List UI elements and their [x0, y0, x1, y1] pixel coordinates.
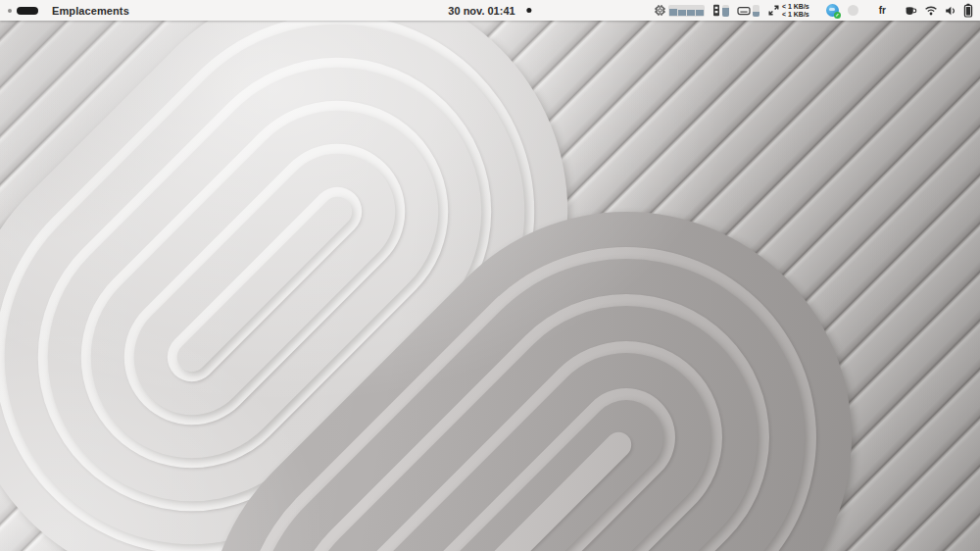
quick-settings-menu[interactable] [905, 3, 973, 18]
clock-menu[interactable]: 30 nov. 01:41 [448, 0, 531, 21]
desktop[interactable]: Emplacements 30 nov. 01:41 [0, 0, 980, 551]
focused-app-menu[interactable]: Emplacements [52, 5, 129, 17]
system-monitor[interactable]: < 1 KB/s < 1 KB/s [654, 3, 809, 19]
memory-icon [712, 4, 720, 17]
cpu-chip-icon [654, 4, 666, 17]
workspace-dot-icon [8, 9, 12, 13]
inactive-app-icon[interactable] [848, 5, 858, 16]
battery-icon [963, 3, 973, 18]
net-up-speed: < 1 KB/s [782, 11, 809, 19]
memory-usage-meter [722, 5, 729, 17]
cpu-usage-meter [668, 5, 705, 17]
workspace-indicator[interactable] [8, 7, 38, 15]
check-badge-icon: ✓ [834, 12, 841, 19]
clock-label: 30 nov. 01:41 [448, 5, 514, 17]
sync-app-icon[interactable]: ✓ [826, 4, 839, 17]
disk-monitor[interactable] [737, 5, 760, 17]
net-down-speed: < 1 KB/s [782, 3, 809, 11]
cpu-monitor[interactable] [654, 4, 705, 17]
keyboard-layout-indicator[interactable]: fr [879, 5, 886, 16]
network-monitor[interactable]: < 1 KB/s < 1 KB/s [767, 3, 809, 19]
active-workspace-pill-icon [17, 7, 38, 15]
network-arrows-icon [767, 4, 780, 17]
wallpaper [0, 0, 980, 551]
caffeine-cup-icon [905, 5, 917, 17]
memory-monitor[interactable] [712, 4, 729, 17]
top-bar: Emplacements 30 nov. 01:41 [0, 0, 980, 21]
disk-icon [737, 5, 751, 17]
notification-dot-icon [527, 8, 532, 13]
wifi-icon [924, 5, 938, 16]
disk-usage-meter [753, 5, 760, 17]
volume-icon [945, 5, 956, 17]
